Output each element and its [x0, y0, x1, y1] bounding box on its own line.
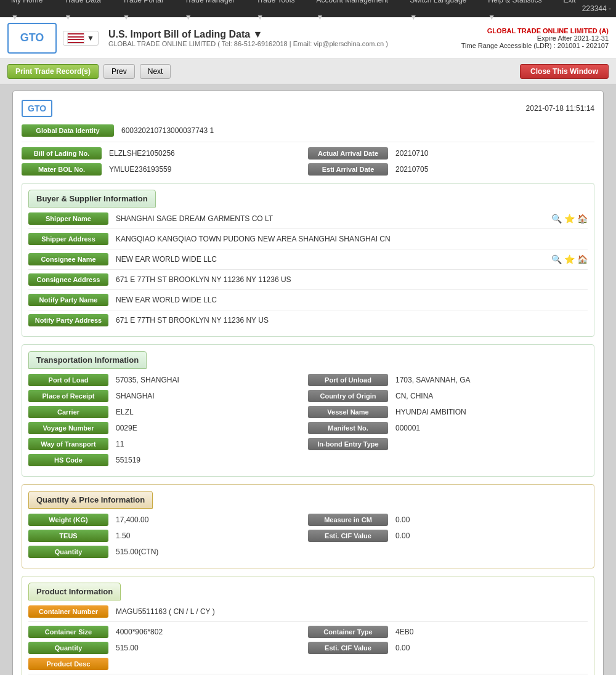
consignee-home-icon[interactable]: 🏠	[577, 254, 588, 264]
port-load-label: Port of Load	[28, 374, 108, 386]
company-name: GLOBAL TRADE ONLINE LIMITED (A)	[461, 27, 609, 34]
voyage-label: Voyage Number	[28, 422, 108, 434]
voyage-value: 0029E	[108, 424, 308, 432]
voyage-row: Voyage Number 0029E Manifest No. 000001	[28, 422, 588, 434]
gto-logo: GTO	[22, 100, 52, 117]
prev-button[interactable]: Prev	[103, 64, 135, 79]
consignee-name-row: Consignee Name NEW EAR WORLD WIDE LLC 🔍 …	[28, 253, 588, 270]
consignee-search-icon[interactable]: 🔍	[551, 254, 562, 264]
container-type-col: Container Type 4EB0	[308, 626, 588, 638]
product-cif-col: Esti. CIF Value 0.00	[308, 642, 588, 654]
carrier-col: Carrier ELZL	[28, 406, 308, 418]
search-icon[interactable]: 🔍	[551, 214, 562, 224]
mater-bol-col-right: Esti Arrival Date 20210705	[308, 163, 594, 176]
hs-code-value: 551519	[108, 456, 588, 464]
carrier-value: ELZL	[108, 408, 308, 416]
nav-switch-language[interactable]: Switch Language ▼	[403, 0, 482, 26]
nav-help-statistics[interactable]: Help & Statistics ▼	[482, 0, 557, 26]
actual-arrival-label: Actual Arrival Date	[308, 147, 388, 160]
port-load-row: Port of Load 57035, SHANGHAI Port of Unl…	[28, 374, 588, 386]
hs-code-row: HS Code 551519	[28, 454, 588, 470]
place-receipt-row: Place of Receipt SHANGHAI Country of Ori…	[28, 390, 588, 402]
teus-col: TEUS 1.50	[28, 530, 308, 542]
consignee-name-icons: 🔍 ⭐ 🏠	[551, 254, 588, 264]
manifest-value: 000001	[388, 424, 588, 432]
container-type-value: 4EB0	[388, 628, 588, 636]
product-header: Product Information	[28, 583, 121, 600]
port-unload-value: 1703, SAVANNAH, GA	[388, 376, 588, 384]
shipper-name-row: Shipper Name SHANGHAI SAGE DREAM GARMENT…	[28, 212, 588, 229]
country-origin-col: Country of Origin CN, CHINA	[308, 390, 588, 402]
print-button[interactable]: Print Trade Record(s)	[7, 64, 99, 79]
ldr-range: Time Range Accessible (LDR) : 201001 - 2…	[461, 42, 609, 49]
nav-trade-manager[interactable]: Trade Manager ▼	[179, 0, 251, 26]
vessel-name-value: HYUNDAI AMBITION	[388, 408, 588, 416]
weight-label: Weight (KG)	[28, 514, 108, 526]
way-transport-value: 11	[108, 440, 308, 448]
nav-trade-portal[interactable]: Trade Portal ▼	[116, 0, 179, 26]
container-size-col: Container Size 4000*906*802	[28, 626, 308, 638]
product-qty-col: Quantity 515.00	[28, 642, 308, 654]
way-transport-label: Way of Transport	[28, 438, 108, 450]
product-cif-label: Esti. CIF Value	[308, 642, 388, 654]
bol-row: Bill of Lading No. ELZLSHE21050256 Actua…	[22, 147, 594, 160]
in-bond-col: In-bond Entry Type	[308, 438, 588, 450]
consignee-star-icon[interactable]: ⭐	[564, 254, 575, 264]
measure-col: Measure in CM 0.00	[308, 514, 588, 526]
flag-selector[interactable]: ▼	[63, 31, 99, 46]
transportation-header: Transportation Information	[28, 351, 147, 369]
consignee-address-row: Consignee Address 671 E 77TH ST BROOKLYN…	[28, 273, 588, 290]
global-data-row: Global Data Identity 6003202107130000377…	[22, 124, 594, 142]
global-data-label: Global Data Identity	[22, 124, 114, 137]
expire-date: Expire After 2021-12-31	[461, 34, 609, 42]
port-load-value: 57035, SHANGHAI	[108, 376, 308, 384]
next-button[interactable]: Next	[140, 64, 171, 79]
company-info: GLOBAL TRADE ONLINE LIMITED (A) Expire A…	[461, 27, 609, 49]
place-receipt-col: Place of Receipt SHANGHAI	[28, 390, 308, 402]
esti-arrival-value: 20210705	[388, 165, 594, 174]
close-button[interactable]: Close This Window	[520, 64, 609, 79]
record-date: 2021-07-18 11:51:14	[526, 104, 594, 113]
nav-account-management[interactable]: Account Management ▼	[310, 0, 403, 26]
weight-value: 17,400.00	[108, 515, 308, 524]
container-number-row: Container Number MAGU5511163 ( CN / L / …	[28, 605, 588, 622]
country-origin-value: CN, CHINA	[388, 392, 588, 400]
container-number-value: MAGU5511163 ( CN / L / CY )	[108, 607, 588, 616]
quantity-value: 515.00(CTN)	[108, 548, 588, 556]
vessel-name-label: Vessel Name	[308, 406, 388, 418]
quantity-row: Quantity 515.00(CTN)	[28, 546, 588, 562]
carrier-row: Carrier ELZL Vessel Name HYUNDAI AMBITIO…	[28, 406, 588, 418]
bol-value: ELZLSHE21050256	[102, 149, 308, 158]
measure-label: Measure in CM	[308, 514, 388, 526]
teus-value: 1.50	[108, 532, 308, 540]
shipper-name-value: SHANGHAI SAGE DREAM GARMENTS CO LT	[108, 214, 549, 223]
transportation-section: Transportation Information Port of Load …	[22, 344, 594, 477]
place-receipt-value: SHANGHAI	[108, 392, 308, 400]
nav-trade-tools[interactable]: Trade Tools ▼	[250, 0, 310, 26]
port-unload-label: Port of Unload	[308, 374, 388, 386]
esti-cif-label: Esti. CIF Value	[308, 530, 388, 542]
product-qty-label: Quantity	[28, 642, 108, 654]
measure-value: 0.00	[388, 515, 588, 524]
user-id: 223344 -	[582, 4, 611, 13]
nav-exit[interactable]: Exit	[557, 0, 582, 26]
product-desc-row: Product Desc	[28, 658, 588, 674]
teus-row: TEUS 1.50 Esti. CIF Value 0.00	[28, 530, 588, 542]
country-origin-label: Country of Origin	[308, 390, 388, 402]
container-size-row: Container Size 4000*906*802 Container Ty…	[28, 626, 588, 638]
top-navigation: My Home ▼ Trade Data ▼ Trade Portal ▼ Tr…	[0, 0, 616, 17]
shipper-address-row: Shipper Address KANGQIAO KANGQIAO TOWN P…	[28, 233, 588, 249]
page-title-area: U.S. Import Bill of Lading Data ▼ GLOBAL…	[108, 29, 461, 47]
buyer-supplier-header: Buyer & Supplier Information	[28, 190, 156, 208]
container-size-label: Container Size	[28, 626, 108, 638]
notify-party-name-value: NEW EAR WORLD WIDE LLC	[108, 296, 588, 304]
logo: GTO	[7, 23, 57, 54]
global-data-value: 600320210713000037743 1	[114, 126, 214, 135]
main-content: GTO 2021-07-18 11:51:14 Global Data Iden…	[0, 84, 616, 675]
consignee-address-label: Consignee Address	[28, 273, 108, 286]
home-icon[interactable]: 🏠	[577, 214, 588, 224]
shipper-address-value: KANGQIAO KANGQIAO TOWN PUDONG NEW AREA S…	[108, 235, 588, 243]
star-icon[interactable]: ⭐	[564, 214, 575, 224]
carrier-label: Carrier	[28, 406, 108, 418]
buyer-supplier-section: Buyer & Supplier Information Shipper Nam…	[22, 183, 594, 337]
